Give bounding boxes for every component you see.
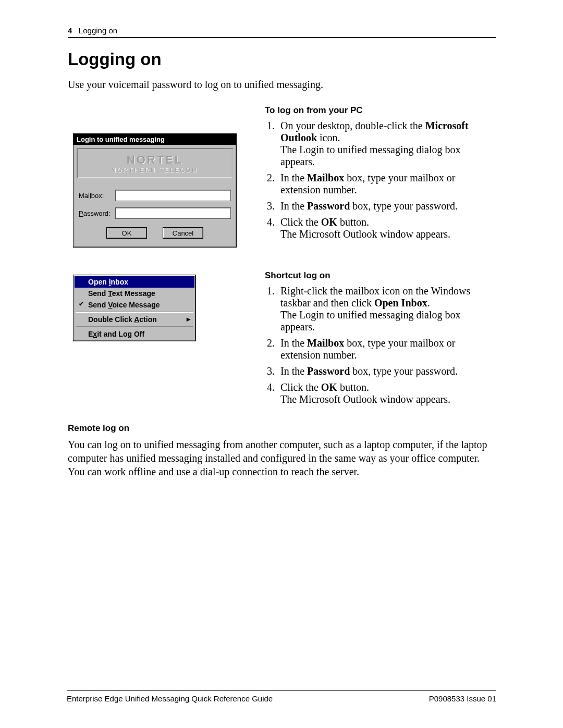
menu-separator xyxy=(76,312,193,313)
password-label: Password: xyxy=(79,209,115,217)
menu-send-text[interactable]: Send Text Message xyxy=(75,288,194,299)
list-item: In the Password box, type your password. xyxy=(277,200,496,212)
menu-double-click[interactable]: Double Click Action xyxy=(75,314,194,325)
menu-send-voice[interactable]: Send Voice Message xyxy=(75,299,194,311)
password-field[interactable] xyxy=(115,207,231,219)
list-item: In the Mailbox box, type your mailbox or… xyxy=(277,337,496,361)
cancel-button[interactable]: Cancel xyxy=(163,227,203,239)
page-title: Logging on xyxy=(68,50,496,69)
list-item: Click the OK button.The Microsoft Outloo… xyxy=(277,381,496,405)
footer-left: Enterprise Edge Unified Messaging Quick … xyxy=(67,694,273,703)
mailbox-field[interactable] xyxy=(115,190,231,201)
menu-separator xyxy=(76,326,193,327)
list-item: Click the OK button.The Microsoft Outloo… xyxy=(277,216,496,240)
nortel-logo: NORTEL NORTHERN TELECOM xyxy=(77,148,233,178)
list-item: In the Mailbox box, type your mailbox or… xyxy=(277,172,496,196)
shortcut-heading: Shortcut log on xyxy=(265,270,496,281)
intro-text: Use your voicemail password to log on to… xyxy=(68,79,496,91)
context-menu: Open Inbox Send Text Message Send Voice … xyxy=(73,275,196,341)
remote-heading: Remote log on xyxy=(68,423,496,434)
pc-heading: To log on from your PC xyxy=(265,105,496,116)
ok-button[interactable]: OK xyxy=(106,227,147,239)
running-head: 4 Logging on xyxy=(68,26,496,38)
running-section: Logging on xyxy=(79,26,117,35)
list-item: In the Password box, type your password. xyxy=(277,365,496,377)
remote-body: You can log on to unified messaging from… xyxy=(68,438,496,478)
pc-steps: On your desktop, double-click the Micros… xyxy=(265,120,496,240)
menu-exit[interactable]: Exit and Log Off xyxy=(75,328,194,340)
list-item: On your desktop, double-click the Micros… xyxy=(277,120,496,168)
mailbox-label: Mailbox: xyxy=(79,192,115,200)
list-item: Right-click the mailbox icon on the Wind… xyxy=(277,285,496,333)
page-footer: Enterprise Edge Unified Messaging Quick … xyxy=(67,690,496,703)
menu-open-inbox[interactable]: Open Inbox xyxy=(75,276,194,288)
footer-right: P0908533 Issue 01 xyxy=(429,694,496,703)
dialog-titlebar: Login to unified messaging xyxy=(74,134,236,145)
shortcut-steps: Right-click the mailbox icon on the Wind… xyxy=(265,285,496,405)
login-dialog: Login to unified messaging NORTEL NORTHE… xyxy=(73,133,237,248)
page-number: 4 xyxy=(68,26,72,35)
